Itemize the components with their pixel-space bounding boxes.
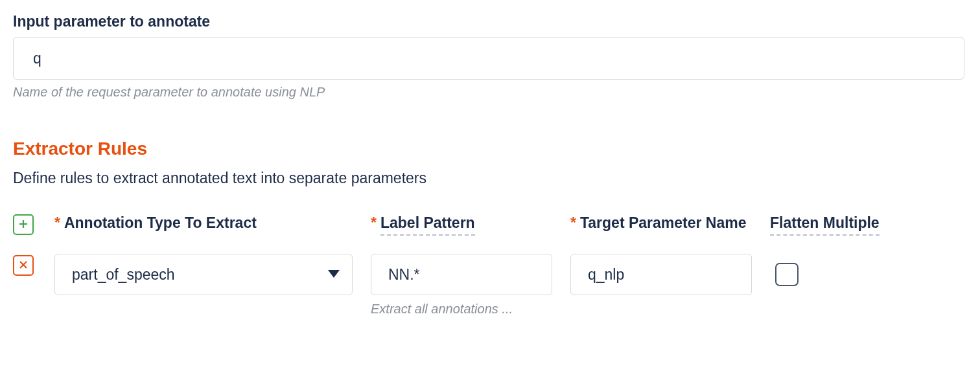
extractor-rules-heading: Extractor Rules <box>13 139 967 159</box>
label-pattern-header: *Label Pattern <box>371 213 552 236</box>
annotation-type-select[interactable] <box>54 254 353 295</box>
table-header-row: *Annotation Type To Extract *Label Patte… <box>13 213 967 236</box>
delete-rule-button[interactable] <box>13 255 34 276</box>
input-parameter-label: Input parameter to annotate <box>13 13 967 30</box>
required-asterisk: * <box>371 214 377 231</box>
required-asterisk: * <box>570 214 576 231</box>
extractor-rules-table: *Annotation Type To Extract *Label Patte… <box>13 213 967 317</box>
input-parameter-field: Input parameter to annotate Name of the … <box>13 13 967 100</box>
add-rule-button[interactable] <box>13 214 34 235</box>
required-asterisk: * <box>54 214 60 231</box>
target-parameter-header: *Target Parameter Name <box>570 213 752 233</box>
label-pattern-input[interactable] <box>371 254 552 295</box>
extractor-rules-description: Define rules to extract annotated text i… <box>13 170 967 187</box>
extractor-rules-section: Extractor Rules Define rules to extract … <box>13 139 967 317</box>
plus-icon <box>18 219 29 231</box>
target-parameter-input[interactable] <box>570 254 752 295</box>
flatten-multiple-checkbox[interactable] <box>775 263 799 286</box>
close-icon <box>18 260 29 272</box>
input-parameter-input[interactable] <box>13 37 964 80</box>
flatten-multiple-header: Flatten Multiple <box>770 213 926 236</box>
annotation-type-header: *Annotation Type To Extract <box>54 213 353 233</box>
input-parameter-help: Name of the request parameter to annotat… <box>13 85 967 100</box>
label-pattern-help: Extract all annotations ... <box>371 302 552 317</box>
table-row: Extract all annotations ... <box>13 254 967 317</box>
